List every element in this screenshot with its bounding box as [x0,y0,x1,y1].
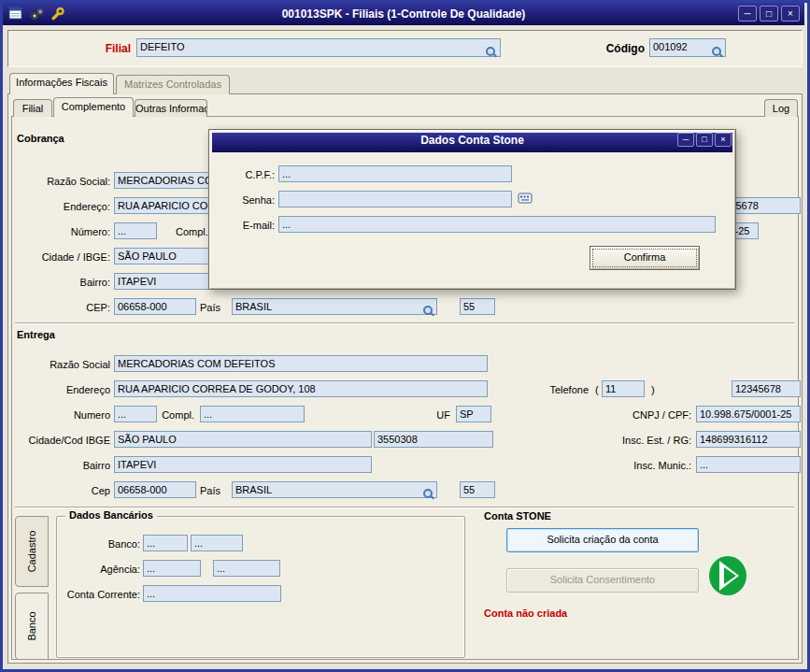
tab-log[interactable]: Log [764,99,798,117]
entrega-pais-label: País [200,484,228,497]
entrega-numero-field[interactable]: ... [114,406,157,422]
entrega-insc-mun-field[interactable]: ... [696,456,801,473]
dialog-minimize-button[interactable]: ─ [677,133,694,147]
senha-field[interactable] [278,191,512,207]
agencia-codigo-field[interactable]: ... [143,560,201,577]
filial-label: Filial [70,42,131,55]
vtab-cadastro-label: Cadastro [26,531,37,573]
wrench-icon[interactable] [50,7,65,21]
entrega-telefone-field[interactable]: 12345678 [732,380,801,397]
entrega-cep-label: Cep [7,484,110,497]
tab-matrizes-controladas[interactable]: Matrizes Controladas [116,75,230,94]
maximize-button[interactable]: □ [760,6,778,21]
cobranca-ddi-field[interactable]: 55 [460,298,495,315]
filial-field[interactable]: DEFEITO [136,38,501,57]
codigo-label: Código [587,42,645,55]
entrega-ibge-field[interactable]: 3550308 [374,431,493,448]
solicita-consentimento-button[interactable]: Solicita Consentimento [506,568,699,593]
entrega-cidade-label: Cidade/Cod IBGE [7,434,110,447]
cobranca-cep-label: CEP: [7,301,110,314]
vtab-cadastro[interactable]: Cadastro [15,516,49,587]
entrega-cidade-field[interactable]: SÃO PAULO [114,431,372,448]
entrega-compl-label: Compl. [161,408,194,422]
entrega-cnpj-field[interactable]: 10.998.675/0001-25 [696,406,801,422]
dialog-title: Dados Conta Stone [209,134,735,147]
dados-bancarios-title: Dados Bancários [65,509,157,521]
cobranca-pais-label: País [200,301,228,314]
dialog-maximize-button[interactable]: □ [696,133,713,147]
entrega-uf-field[interactable]: SP [456,406,491,422]
conta-status-text: Conta não criada [484,608,567,619]
agencia-digito-field[interactable]: ... [213,560,280,577]
entrega-ddi-field[interactable]: 55 [460,481,495,498]
entrega-telefone-label: Telefone [534,383,589,396]
solicita-criacao-button[interactable]: Solicita criação da conta [506,528,699,552]
section-divider [15,322,794,324]
banco-nome-field[interactable]: ... [191,535,243,551]
entrega-compl-field[interactable]: ... [200,406,305,422]
tab-informacoes-fiscais[interactable]: Informações Fiscais [9,73,114,94]
entrega-razao-field[interactable]: MERCADORIAS COM DEFEITOS [114,355,488,372]
entrega-cep-field[interactable]: 06658-000 [114,481,196,498]
window-titlebar: 001013SPK - Filiais (1-Controle De Quali… [3,3,804,25]
cobranca-title: Cobrança [17,133,64,144]
tab-outras-informacoes[interactable]: Outras Informações [135,99,207,117]
cobranca-numero-field[interactable]: ... [114,222,157,239]
cobranca-pais-field[interactable]: BRASIL [232,298,437,315]
banco-codigo-field[interactable]: ... [143,535,188,551]
conta-corrente-label: Conta Corrente: [60,588,140,601]
entrega-insc-mun-label: Insc. Munic.: [589,459,691,472]
filial-lookup-icon[interactable] [485,46,497,58]
banco-label: Banco: [60,537,140,550]
dialog-dados-conta-stone: Dados Conta Stone ─ □ × C.P.F.: ... Senh… [208,129,736,290]
gears-icon[interactable] [29,7,45,21]
report-icon[interactable] [8,7,24,21]
stone-status-icon[interactable] [706,553,749,600]
cobranca-cidade-label: Cidade / IBGE: [7,250,110,264]
entrega-pais-field[interactable]: BRASIL [232,481,437,498]
entrega-endereco-field[interactable]: RUA APARICIO CORREA DE GODOY, 108 [114,380,488,397]
entrega-ddd-field[interactable]: 11 [602,380,645,397]
dialog-close-button[interactable]: × [715,133,732,147]
tab-filial[interactable]: Filial [13,99,52,117]
entrega-numero-label: Numero [7,408,110,422]
tab-complemento[interactable]: Complemento [53,97,134,117]
telefone-close-paren: ) [651,383,659,396]
cobranca-bairro-label: Bairro: [7,276,110,289]
email-field[interactable]: ... [278,216,716,233]
section-divider-2 [15,507,794,508]
conta-stone-title: Conta STONE [484,510,551,522]
cpf-field[interactable]: ... [278,165,512,182]
window-title: 001013SPK - Filiais (1-Controle De Quali… [3,7,804,21]
close-button[interactable]: × [781,6,800,21]
entrega-cnpj-label: CNPJ / CPF: [589,408,691,422]
vtab-banco[interactable]: Banco [15,593,49,660]
senha-keyboard-icon[interactable] [518,191,533,207]
entrega-insc-est-label: Insc. Est. / RG: [589,434,691,447]
agencia-label: Agência: [60,563,140,576]
entrega-bairro-field[interactable]: ITAPEVI [114,456,372,473]
entrega-title: Entrega [17,329,55,340]
cobranca-cep-field[interactable]: 06658-000 [114,298,196,315]
email-label: E-mail: [219,219,275,232]
entrega-pais-lookup-icon[interactable] [422,488,434,500]
cpf-label: C.P.F.: [219,168,275,181]
cobranca-pais-lookup-icon[interactable] [422,305,434,317]
cobranca-numero-label: Número: [7,225,110,238]
entrega-bairro-label: Bairro [7,459,110,472]
conta-corrente-field[interactable]: ... [143,585,281,602]
codigo-lookup-icon[interactable] [711,46,723,58]
entrega-insc-est-field[interactable]: 148699316112 [696,431,801,448]
entrega-uf-label: UF [432,408,450,422]
confirma-button[interactable]: Confirma [590,246,700,270]
minimize-button[interactable]: ─ [738,6,757,21]
senha-label: Senha: [219,193,275,207]
entrega-razao-label: Razão Social [7,358,110,371]
entrega-endereco-label: Endereço [7,383,110,396]
cobranca-endereco-label: Endereço: [7,200,110,213]
vtab-banco-label: Banco [26,611,37,640]
cobranca-razao-label: Razão Social: [7,175,110,188]
